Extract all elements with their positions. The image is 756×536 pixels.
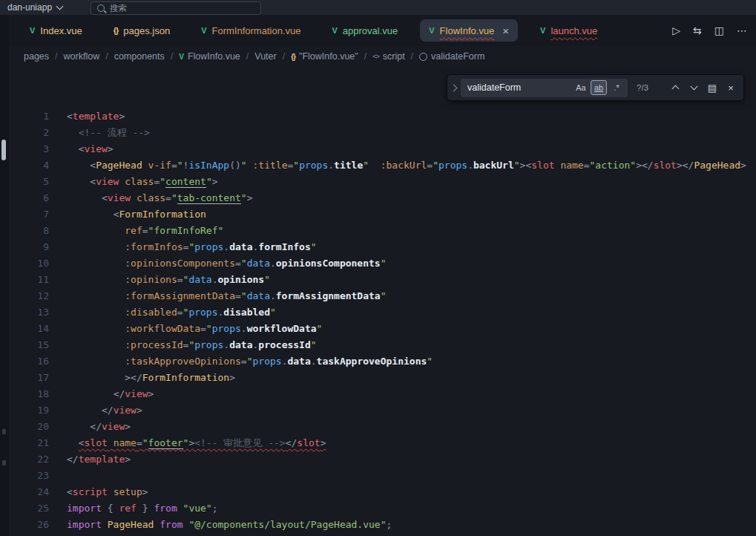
- titlebar: dan-uniapp 搜索: [0, 0, 756, 15]
- code-line: 12 :formAssignmentData="data.formAssignm…: [0, 288, 756, 304]
- breadcrumb-item[interactable]: validateForm: [419, 51, 484, 62]
- tab-approval.vue[interactable]: Vapproval.vue: [323, 19, 407, 42]
- code-text: :disabled="props.disabled": [67, 304, 276, 321]
- code-line: 19 </view>: [0, 402, 756, 419]
- code-line: 1<template>: [0, 108, 756, 125]
- sidebar-mark: [2, 460, 6, 465]
- code-line: 15 :processId="props.data.processId": [0, 337, 756, 353]
- breadcrumb-item[interactable]: VFlowInfo.vue: [179, 51, 240, 62]
- tab-label: approval.vue: [343, 25, 398, 36]
- code-text: <PageHead v-if="!isInApp()" :title="prop…: [67, 157, 746, 174]
- tab-label: Index.vue: [40, 25, 82, 36]
- breadcrumb-label: pages: [24, 51, 49, 62]
- toggle-replace-button[interactable]: [447, 75, 460, 100]
- match-case-button[interactable]: Aa: [573, 80, 589, 95]
- code-line: 7 <FormInformation: [0, 206, 756, 223]
- regex-button[interactable]: .*: [608, 80, 625, 95]
- breadcrumb-separator: /: [283, 51, 285, 62]
- code-line: 18 </view>: [0, 386, 756, 402]
- code-text: <!-- 流程 -->: [67, 125, 150, 141]
- code-text: :formAssignmentData="data.formAssignment…: [67, 288, 387, 304]
- breadcrumb-item[interactable]: pages: [24, 51, 49, 62]
- tab-label: pages.json: [123, 25, 170, 36]
- code-line: 8 ref="formInfoRef": [0, 223, 756, 239]
- code-line: 4 <PageHead v-if="!isInApp()" :title="pr…: [0, 157, 756, 174]
- open-changes-button[interactable]: ⇆: [693, 25, 702, 36]
- tab-FormInformation.vue[interactable]: VFormInformation.vue: [192, 19, 309, 42]
- code-icon: <>: [372, 53, 379, 60]
- code-area[interactable]: 1<template>2 <!-- 流程 -->3 <view>4 <PageH…: [0, 108, 756, 533]
- split-editor-button[interactable]: ◫: [714, 25, 724, 36]
- tab-pages.json[interactable]: {}pages.json: [105, 19, 179, 42]
- chevron-down-icon: [690, 83, 697, 91]
- tab-list: VIndex.vue{}pages.jsonVFormInformation.v…: [0, 19, 672, 42]
- find-input[interactable]: validateForm Aa ab .*: [461, 79, 628, 97]
- more-actions-button[interactable]: ⋯: [737, 25, 747, 36]
- breadcrumb-item[interactable]: {}"FlowInfo.vue": [291, 51, 358, 62]
- code-line: 21 <slot name="footer"><!-- 审批意见 --></sl…: [0, 435, 756, 451]
- find-widget: validateForm Aa ab .* ?/3 ▤ ×: [447, 74, 744, 101]
- code-text: </view>: [67, 386, 154, 402]
- code-text: <view class="tab-content">: [67, 190, 252, 206]
- code-text: <FormInformation: [67, 206, 206, 223]
- vue-file-icon: V: [201, 26, 206, 35]
- breadcrumb-item[interactable]: <>script: [372, 51, 404, 62]
- whole-word-button[interactable]: ab: [591, 80, 607, 95]
- code-text: <template>: [67, 108, 125, 125]
- code-text: :opinionsComponents="data.opinionsCompon…: [67, 255, 387, 272]
- sidebar-scrollbar-thumb[interactable]: [1, 140, 6, 160]
- code-text: import { ref } from "vue";: [67, 500, 218, 517]
- vue-file-icon: V: [540, 26, 545, 35]
- tab-bar: VIndex.vue{}pages.jsonVFormInformation.v…: [0, 15, 756, 46]
- method-icon: [419, 53, 427, 61]
- global-search-input[interactable]: 搜索: [91, 1, 261, 15]
- code-line: 20 </view>: [0, 419, 756, 435]
- breadcrumb-separator: /: [411, 51, 413, 62]
- breadcrumb-separator: /: [364, 51, 367, 62]
- close-icon[interactable]: ×: [502, 25, 509, 36]
- breadcrumb-item[interactable]: Vuter: [254, 51, 276, 62]
- json-file-icon: {}: [114, 26, 119, 35]
- vue-file-icon: V: [30, 26, 35, 35]
- code-line: 24<script setup>: [0, 484, 756, 500]
- tab-Index.vue[interactable]: VIndex.vue: [21, 19, 91, 42]
- tab-launch.vue[interactable]: Vlaunch.vue: [531, 19, 606, 42]
- braces-icon: {}: [291, 53, 295, 61]
- breadcrumb-label: workflow: [64, 51, 100, 62]
- tab-label: launch.vue: [550, 25, 597, 36]
- code-text: <script setup>: [67, 484, 148, 500]
- code-line: 22</template>: [0, 451, 756, 468]
- find-query-text[interactable]: validateForm: [467, 82, 571, 93]
- close-find-button[interactable]: ×: [723, 79, 739, 96]
- search-placeholder: 搜索: [110, 3, 127, 14]
- code-text: :opinions="data.opinions": [67, 272, 270, 288]
- tab-FlowInfo.vue[interactable]: VFlowInfo.vue×: [420, 19, 518, 42]
- code-text: :formInfos="props.data.formInfos": [67, 239, 317, 255]
- code-line: 6 <view class="tab-content">: [0, 190, 756, 206]
- breadcrumb-separator: /: [246, 51, 249, 62]
- previous-match-button[interactable]: [667, 79, 683, 96]
- sidebar-mark: [2, 429, 6, 434]
- code-line: 26import PageHead from "@/components/lay…: [0, 517, 756, 533]
- code-line: 9 :formInfos="props.data.formInfos": [0, 239, 756, 255]
- app-menu[interactable]: dan-uniapp: [7, 2, 62, 13]
- breadcrumb-item[interactable]: components: [114, 51, 165, 62]
- code-text: <view class="content">: [67, 174, 218, 190]
- breadcrumb-label: FlowInfo.vue: [188, 51, 240, 62]
- tab-label: FormInformation.vue: [212, 25, 301, 36]
- chevron-right-icon: [450, 84, 458, 91]
- run-button[interactable]: ▷: [672, 25, 680, 36]
- find-in-selection-button[interactable]: ▤: [704, 79, 720, 96]
- whole-word-label: ab: [594, 83, 603, 92]
- vue-file-icon: V: [332, 26, 337, 35]
- code-line: 3 <view>: [0, 141, 756, 157]
- find-results-count: ?/3: [637, 83, 656, 92]
- next-match-button[interactable]: [686, 79, 702, 96]
- tab-label: FlowInfo.vue: [440, 25, 495, 36]
- chevron-down-icon: [56, 3, 64, 10]
- code-text: :workflowData="props.workflowData": [67, 321, 322, 337]
- editor-pane[interactable]: 1<template>2 <!-- 流程 -->3 <view>4 <PageH…: [0, 67, 756, 536]
- breadcrumb-label: components: [114, 51, 165, 62]
- breadcrumb-item[interactable]: workflow: [64, 51, 100, 62]
- editor-actions: ▷⇆◫⋯: [672, 25, 747, 36]
